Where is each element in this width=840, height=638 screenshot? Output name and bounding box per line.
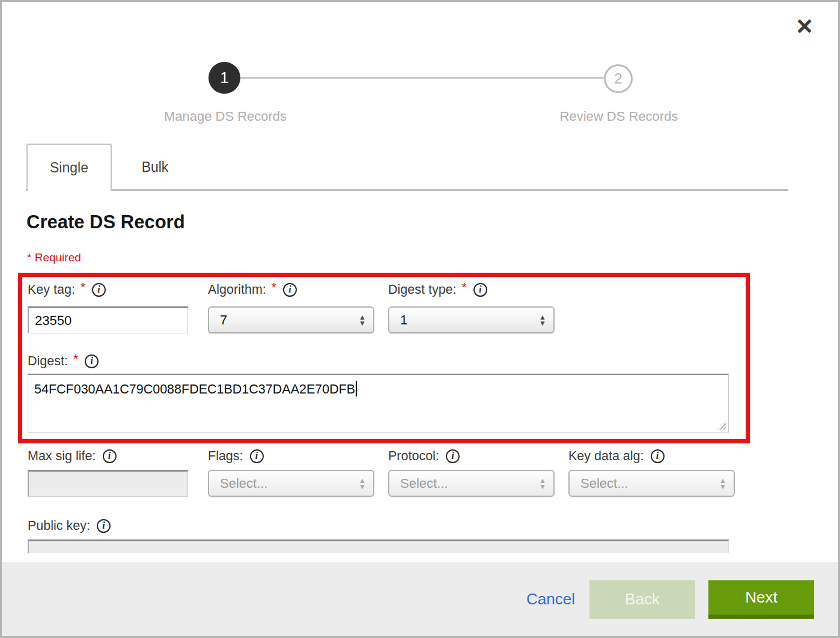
spinner-arrows-icon: ▲ ▼ — [359, 314, 366, 326]
key-data-alg-label-row: Key data alg: i — [568, 447, 665, 465]
back-button[interactable]: Back — [589, 580, 695, 619]
digest-type-select-value: 1 — [400, 312, 407, 328]
stepper-step-2: 2 — [604, 64, 633, 93]
key-data-alg-info-icon[interactable]: i — [651, 449, 665, 463]
cancel-button[interactable]: Cancel — [526, 590, 575, 609]
key-data-alg-select-value: Select... — [580, 476, 628, 491]
digest-textarea[interactable]: 54FCF030AA1C79C0088FDEC1BD1C37DAA2E70DFB — [28, 374, 729, 433]
close-icon[interactable]: × — [789, 10, 820, 41]
key-tag-required-star: * — [81, 280, 85, 294]
public-key-textarea[interactable] — [28, 539, 729, 553]
max-sig-life-info-icon[interactable]: i — [103, 449, 117, 463]
flags-select[interactable]: Select... ▲ ▼ — [208, 470, 374, 497]
digest-label: Digest: — [28, 354, 68, 369]
digest-value: 54FCF030AA1C79C0088FDEC1BD1C37DAA2E70DFB — [34, 382, 355, 396]
spinner-down-icon: ▼ — [359, 320, 366, 326]
key-tag-label: Key tag: — [28, 282, 75, 297]
digest-type-label-row: Digest type: * i — [388, 281, 487, 299]
key-data-alg-select[interactable]: Select... ▲ ▼ — [568, 470, 735, 497]
protocol-label: Protocol: — [388, 449, 439, 464]
required-note: * Required — [27, 251, 81, 264]
spinner-down-icon: ▼ — [539, 320, 546, 326]
digest-type-info-icon[interactable]: i — [473, 283, 487, 297]
algorithm-select-value: 7 — [220, 312, 227, 328]
spinner-down-icon: ▼ — [539, 484, 546, 490]
stepper-label-review-ds-records: Review DS Records — [523, 109, 715, 124]
algorithm-info-icon[interactable]: i — [283, 283, 297, 297]
key-tag-info-icon[interactable]: i — [92, 283, 106, 297]
key-tag-input[interactable] — [28, 306, 188, 333]
protocol-info-icon[interactable]: i — [446, 449, 460, 463]
stepper-connector-line — [240, 77, 604, 79]
algorithm-required-star: * — [272, 280, 276, 294]
stepper-step-1: 1 — [208, 62, 240, 94]
flags-select-value: Select... — [220, 476, 267, 491]
spinner-arrows-icon: ▲ ▼ — [359, 478, 366, 490]
spinner-down-icon: ▼ — [359, 484, 366, 490]
protocol-select[interactable]: Select... ▲ ▼ — [388, 470, 555, 497]
tab-bulk[interactable]: Bulk — [113, 144, 197, 191]
max-sig-life-input[interactable] — [28, 470, 188, 497]
resize-handle-icon[interactable] — [717, 421, 726, 430]
key-tag-label-row: Key tag: * i — [28, 281, 106, 299]
public-key-label: Public key: — [28, 518, 90, 533]
digest-label-row: Digest: * i — [28, 352, 99, 370]
spinner-arrows-icon: ▲ ▼ — [539, 478, 546, 490]
flags-info-icon[interactable]: i — [250, 449, 264, 463]
text-cursor — [356, 381, 357, 396]
digest-type-required-star: * — [462, 280, 467, 294]
digest-info-icon[interactable]: i — [85, 354, 99, 368]
create-ds-record-modal: × 1 2 Manage DS Records Review DS Record… — [0, 0, 840, 638]
protocol-select-value: Select... — [400, 476, 448, 491]
protocol-label-row: Protocol: i — [388, 447, 460, 465]
modal-footer: Cancel Back Next — [2, 562, 838, 636]
spinner-arrows-icon: ▲ ▼ — [719, 478, 726, 490]
flags-label: Flags: — [208, 449, 243, 464]
algorithm-label: Algorithm: — [208, 282, 266, 297]
algorithm-label-row: Algorithm: * i — [208, 281, 297, 299]
max-sig-life-label: Max sig life: — [28, 449, 96, 464]
digest-type-select[interactable]: 1 ▲ ▼ — [388, 306, 555, 333]
key-data-alg-label: Key data alg: — [568, 449, 644, 464]
public-key-label-row: Public key: i — [28, 517, 111, 535]
page-title: Create DS Record — [26, 211, 185, 233]
digest-required-star: * — [73, 351, 78, 366]
digest-type-label: Digest type: — [388, 282, 457, 297]
next-button[interactable]: Next — [708, 580, 814, 619]
max-sig-life-label-row: Max sig life: i — [28, 447, 117, 465]
spinner-arrows-icon: ▲ ▼ — [539, 314, 546, 326]
public-key-info-icon[interactable]: i — [97, 519, 111, 533]
spinner-down-icon: ▼ — [719, 484, 726, 490]
algorithm-select[interactable]: 7 ▲ ▼ — [208, 306, 374, 333]
stepper-label-manage-ds-records: Manage DS Records — [129, 109, 321, 124]
flags-label-row: Flags: i — [208, 447, 264, 465]
tab-single[interactable]: Single — [26, 144, 112, 191]
